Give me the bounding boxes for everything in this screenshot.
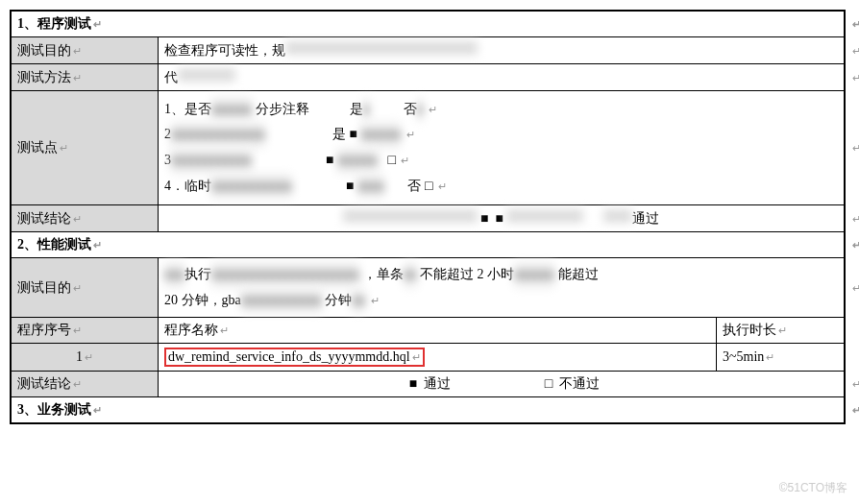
s2-purpose-cell: xxx执行xxxxxxxxxxxxxxxxxxxxxx ，单条xx 不能超过 2… — [159, 258, 846, 318]
section-1-header: 1、程序测试 ↵ — [11, 11, 845, 37]
pass-label: 通过 — [424, 376, 451, 391]
row-label-points: 测试点 — [11, 91, 159, 205]
checkbox-empty-icon: □ — [425, 179, 432, 193]
checkbox-filled-icon: ■ — [350, 127, 357, 141]
s1-points-cell: 1、是否xxxxxx 分步注释 是x 否x 2xxxxxxxxxxxxxx 是 … — [159, 91, 846, 205]
row-label-conclusion-2: 测试结论 — [11, 372, 159, 397]
section-2-header: 2、性能测试 ↵ — [11, 232, 845, 258]
checkbox-filled-icon: ■ — [326, 153, 333, 167]
section-3-title: 3、业务测试 — [17, 402, 102, 417]
checkbox-filled-icon: ■ — [480, 211, 488, 226]
s1-pass-text: 通过 — [632, 211, 659, 226]
section-3-header: 3、业务测试 ↵ — [11, 397, 845, 424]
s1-conclusion-cell: ■ ■ 通过 ↵ — [159, 205, 846, 232]
section-2-title: 2、性能测试 — [17, 237, 102, 252]
fail-label: 不通过 — [559, 376, 600, 391]
row-label-purpose: 测试目的 — [11, 37, 159, 64]
checkbox-filled-icon: ■ — [496, 211, 503, 226]
highlighted-filename: dw_remind_service_info_ds_yyyymmdd.hql — [164, 348, 425, 367]
checkbox-empty-icon: □ — [387, 153, 395, 167]
col-header-duration: 执行时长 — [717, 318, 846, 344]
checkbox-filled-icon: ■ — [346, 179, 354, 193]
s1-purpose-cell: 检查程序可读性，规 ↵ — [159, 37, 846, 64]
row-label-purpose-2: 测试目的 — [11, 258, 159, 318]
s1-purpose-text: 检查程序可读性，规 — [164, 43, 285, 58]
program-name-cell: dw_remind_service_info_ds_yyyymmdd.hql — [159, 344, 717, 372]
checkbox-filled-icon[interactable]: ■ — [409, 376, 417, 391]
row-label-method: 测试方法 — [11, 64, 159, 91]
s2-conclusion-cell: ■ 通过 □ 不通过 ↵ — [159, 372, 846, 397]
s1-method-text: 代 — [164, 70, 178, 84]
col-header-seq: 程序序号 — [11, 318, 159, 344]
section-1-title: 1、程序测试 — [17, 16, 102, 31]
test-document-table: 1、程序测试 ↵ 测试目的 检查程序可读性，规 ↵ 测试方法 代 ↵ 测试点 1… — [10, 10, 846, 424]
row-label-conclusion-1: 测试结论 — [11, 205, 159, 232]
col-header-name: 程序名称 — [159, 318, 717, 344]
checkbox-empty-icon[interactable]: □ — [545, 376, 552, 391]
s1-method-cell: 代 ↵ — [159, 64, 846, 91]
program-duration-cell: 3~5min — [717, 344, 846, 372]
program-seq-cell: 1 — [11, 344, 159, 372]
